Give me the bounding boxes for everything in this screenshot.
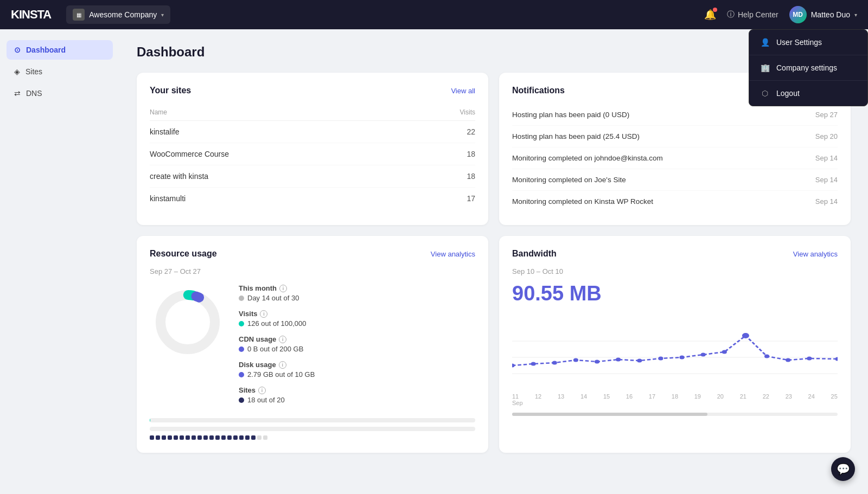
user-menu-button[interactable]: MD Matteo Duo ▾ [789,6,857,23]
notif-date: Sep 20 [815,132,838,140]
notification-item: Monitoring completed on johndoe@kinsta.c… [512,147,838,169]
chart-label: 23 [786,393,792,400]
dropdown-logout-label: Logout [776,89,800,98]
bandwidth-scrollbar[interactable] [512,413,838,416]
person-icon: 👤 [760,37,770,47]
this-month-stat: This month i Day 14 out of 30 [239,284,475,302]
notification-item: Hosting plan has been paid (0 USD)Sep 27 [512,104,838,126]
table-row: kinstalife22 [150,121,475,143]
site-dot-12 [215,435,220,440]
page-title: Dashboard [137,44,851,60]
sidebar-item-dashboard[interactable]: ⊙ Dashboard [7,40,113,60]
user-name: Matteo Duo [811,10,850,19]
visits-info-icon[interactable]: i [260,310,267,318]
resource-view-analytics[interactable]: View analytics [431,250,475,258]
sites-stat: Sites i 18 out of 20 [239,386,475,404]
bandwidth-chart-svg [512,314,838,384]
sidebar-label-dns: DNS [26,89,42,98]
your-sites-header: Your sites View all [150,86,475,95]
resource-usage-card: Resource usage View analytics Sep 27 – O… [137,236,488,453]
cdn-bar-bg [150,427,475,431]
chart-label: 20 [717,393,724,400]
svg-point-18 [764,355,769,358]
dns-icon: ⇄ [14,89,21,98]
site-dot-10 [203,435,208,440]
visits-bar-bg [150,418,475,422]
visits-bar-row [150,418,475,422]
cdn-label: CDN usage [239,335,276,343]
top-cards-row: Your sites View all Name Visits kinstali… [137,73,851,225]
disk-value: 2.79 GB out of 10 GB [247,370,315,378]
svg-point-14 [679,356,684,360]
bottom-cards-row: Resource usage View analytics Sep 27 – O… [137,236,851,453]
sidebar-label-dashboard: Dashboard [26,46,66,54]
dropdown-user-settings-label: User Settings [776,38,822,47]
logout-icon: ⬡ [760,88,770,98]
chat-bubble-button[interactable]: 💬 [831,457,855,481]
disk-label: Disk usage [239,361,276,369]
svg-point-13 [658,357,663,361]
sidebar-item-sites[interactable]: ◈ Sites [7,62,113,81]
sidebar-item-dns[interactable]: ⇄ DNS [7,84,113,103]
your-sites-view-all[interactable]: View all [451,87,475,95]
help-label: Help Center [738,10,778,19]
this-month-label: This month [239,284,277,292]
site-dot-15 [233,435,238,440]
site-dot-2 [156,435,160,440]
notif-text: Monitoring completed on Joe's Site [512,176,626,184]
chart-label: 21 [740,393,746,400]
bandwidth-chart [512,314,838,390]
sites-icon: ◈ [14,67,20,76]
bandwidth-value: 90.55 MB [512,282,838,305]
dropdown-item-user-settings[interactable]: 👤 User Settings [749,30,867,55]
layout: ⊙ Dashboard ◈ Sites ⇄ DNS Dashboard Your… [0,29,868,494]
notif-text: Monitoring completed on johndoe@kinsta.c… [512,154,663,162]
building-icon: 🏢 [760,63,770,73]
company-name: Awesome Company [89,10,157,19]
your-sites-title: Your sites [150,86,191,95]
resource-title: Resource usage [150,249,217,259]
visits-stat: Visits i 126 out of 100,000 [239,310,475,328]
visits-bar-fill [150,418,150,422]
disk-info-icon[interactable]: i [279,361,286,369]
resource-date-range: Sep 27 – Oct 27 [150,267,475,275]
chart-label: 19 [694,393,701,400]
logo: KINSTA [11,8,51,22]
dropdown-company-settings-label: Company settings [776,63,837,72]
sites-info-icon[interactable]: i [258,387,266,394]
svg-point-15 [701,353,706,357]
notif-text: Hosting plan has been paid (0 USD) [512,111,629,119]
svg-point-10 [595,360,599,364]
site-dot-20 [263,435,267,440]
notif-text: Monitoring completed on Kinsta WP Rocket [512,197,653,206]
chart-label: 13 [558,393,564,400]
company-selector[interactable]: ▦ Awesome Company ▾ [66,5,170,24]
visits-value: 126 out of 100,000 [247,319,306,328]
site-visits: 22 [422,121,475,143]
col-visits-header: Visits [422,104,475,121]
site-name: kinstamulti [150,188,422,210]
dropdown-item-company-settings[interactable]: 🏢 Company settings [749,55,867,81]
site-dot-13 [221,435,226,440]
bandwidth-card: Bandwidth View analytics Sep 10 – Oct 10… [499,236,851,453]
bell-button[interactable]: 🔔 [704,9,716,21]
svg-point-17 [742,333,749,338]
bandwidth-title: Bandwidth [512,249,557,259]
site-dot-7 [186,435,190,440]
cdn-info-icon[interactable]: i [279,336,286,343]
bandwidth-view-analytics[interactable]: View analytics [793,250,838,258]
topnav-right: 🔔 ⓘ Help Center MD Matteo Duo ▾ 👤 User S… [704,6,857,23]
notif-text: Hosting plan has been paid (25.4 USD) [512,132,640,140]
chart-sub-label: Sep [512,400,838,406]
site-dot-3 [162,435,166,440]
sites-table: Name Visits kinstalife22WooCommerce Cour… [150,104,475,209]
help-icon: ⓘ [727,10,735,20]
chart-x-labels: 111213141516171819202122232425 [512,393,838,400]
notif-date: Sep 14 [815,154,838,162]
this-month-info-icon[interactable]: i [279,285,287,292]
dropdown-item-logout[interactable]: ⬡ Logout [749,81,867,106]
help-center-button[interactable]: ⓘ Help Center [727,10,778,20]
this-month-value: Day 14 out of 30 [247,294,299,302]
resource-header: Resource usage View analytics [150,249,475,259]
site-visits: 18 [422,165,475,188]
